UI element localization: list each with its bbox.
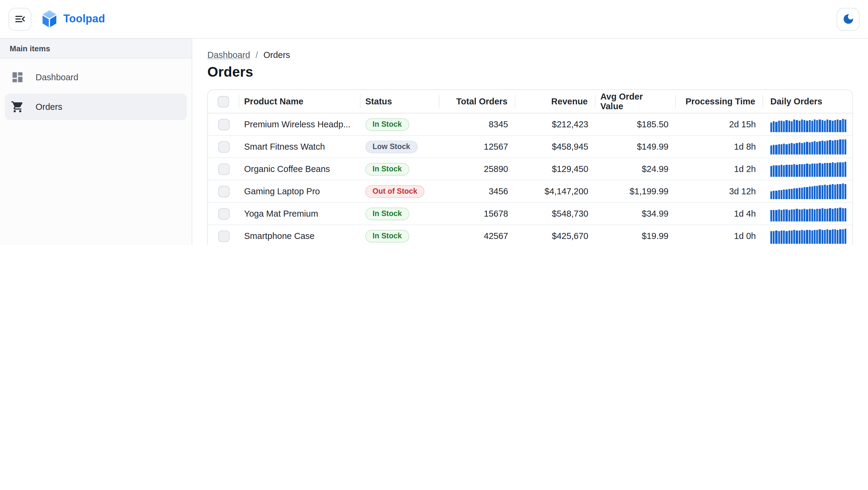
column-header-status[interactable]: Status <box>361 95 439 108</box>
processing-time-cell: 1d 0h <box>676 231 763 241</box>
status-cell: In Stock <box>361 230 439 242</box>
total-orders-cell: 12567 <box>439 142 516 151</box>
column-header-daily-orders[interactable]: Daily Orders <box>763 95 852 108</box>
main-content: Dashboard / Orders Orders Product Name S… <box>192 39 868 245</box>
table-row: Smartphone CaseIn Stock42567$425,670$19.… <box>208 225 852 245</box>
status-badge: In Stock <box>365 207 409 220</box>
sidebar-item-dashboard[interactable]: Dashboard <box>5 64 187 90</box>
total-orders-cell: 42567 <box>439 231 516 241</box>
total-orders-cell: 3456 <box>439 186 516 196</box>
daily-orders-sparkline <box>770 228 846 244</box>
status-badge: In Stock <box>365 163 409 175</box>
daily-orders-cell <box>763 203 852 225</box>
product-name-cell: Gaming Laptop Pro <box>239 186 361 196</box>
breadcrumb-separator: / <box>255 50 258 60</box>
row-checkbox-cell <box>208 185 239 197</box>
toolpad-logo-icon <box>41 10 57 28</box>
table-row: Yoga Mat PremiumIn Stock15678$548,730$34… <box>208 203 852 225</box>
avg-order-value-cell: $1,199.99 <box>595 186 676 196</box>
column-header-product-name[interactable]: Product Name <box>239 95 361 108</box>
dashboard-icon <box>11 70 24 84</box>
sidebar-spacer <box>0 125 192 245</box>
table-row: Premium Wireless Headp...In Stock8345$21… <box>208 113 852 136</box>
status-badge: In Stock <box>365 118 409 131</box>
table-row: Smart Fitness WatchLow Stock12567$458,94… <box>208 136 852 158</box>
daily-orders-sparkline <box>770 183 846 199</box>
app-window: Toolpad Main items DashboardOrders Bhara… <box>0 0 868 245</box>
column-header-avg-order-value[interactable]: Avg Order Value <box>595 95 676 108</box>
table-body: Premium Wireless Headp...In Stock8345$21… <box>208 113 852 245</box>
sidebar-item-label: Dashboard <box>36 73 79 82</box>
table-row: Organic Coffee BeansIn Stock25890$129,45… <box>208 158 852 180</box>
sidebar: Main items DashboardOrders Bharat Kashya… <box>0 39 192 245</box>
product-name-cell: Yoga Mat Premium <box>239 209 361 219</box>
row-checkbox-cell <box>208 141 239 152</box>
processing-time-cell: 1d 4h <box>676 209 763 219</box>
revenue-cell: $4,147,200 <box>516 186 595 196</box>
data-grid: Product Name Status Total Orders Revenue… <box>207 89 853 245</box>
row-checkbox[interactable] <box>218 119 229 130</box>
status-cell: Low Stock <box>361 140 439 153</box>
product-name-cell: Smartphone Case <box>239 231 361 241</box>
processing-time-cell: 1d 8h <box>676 142 763 151</box>
status-badge: Out of Stock <box>365 185 425 198</box>
breadcrumb-current: Orders <box>264 50 290 60</box>
theme-toggle-button[interactable] <box>837 7 860 30</box>
page-title: Orders <box>207 64 853 80</box>
header-checkbox-cell <box>208 95 239 108</box>
column-header-revenue[interactable]: Revenue <box>516 95 595 108</box>
row-checkbox[interactable] <box>218 141 229 152</box>
row-checkbox-cell <box>208 163 239 175</box>
collapse-sidebar-button[interactable] <box>8 7 31 30</box>
topbar-left: Toolpad <box>8 7 105 30</box>
daily-orders-cell <box>763 136 852 157</box>
sidebar-item-orders[interactable]: Orders <box>5 93 187 120</box>
sidebar-nav: DashboardOrders <box>0 59 192 125</box>
daily-orders-sparkline <box>770 161 846 177</box>
shopping-cart-icon <box>11 100 24 113</box>
processing-time-cell: 1d 2h <box>676 164 763 174</box>
table-header-row: Product Name Status Total Orders Revenue… <box>208 90 852 113</box>
status-cell: In Stock <box>361 163 439 175</box>
row-checkbox-cell <box>208 208 239 219</box>
status-cell: In Stock <box>361 207 439 220</box>
status-cell: In Stock <box>361 118 439 131</box>
avg-order-value-cell: $19.99 <box>595 231 676 241</box>
processing-time-cell: 2d 15h <box>676 119 763 129</box>
daily-orders-cell <box>763 225 852 245</box>
product-name-cell: Premium Wireless Headp... <box>239 119 361 129</box>
revenue-cell: $458,945 <box>516 142 595 151</box>
row-checkbox[interactable] <box>218 185 229 197</box>
avg-order-value-cell: $24.99 <box>595 164 676 174</box>
daily-orders-cell <box>763 158 852 180</box>
daily-orders-sparkline <box>770 206 846 222</box>
status-badge: In Stock <box>365 230 409 242</box>
avg-order-value-cell: $34.99 <box>595 209 676 219</box>
top-app-bar: Toolpad <box>0 0 868 39</box>
select-all-checkbox[interactable] <box>218 96 229 107</box>
total-orders-cell: 25890 <box>439 164 516 174</box>
revenue-cell: $212,423 <box>516 119 595 129</box>
breadcrumb: Dashboard / Orders <box>207 50 853 60</box>
column-header-processing-time[interactable]: Processing Time <box>676 95 763 108</box>
daily-orders-cell <box>763 113 852 135</box>
daily-orders-sparkline <box>770 116 846 132</box>
app-frame: Main items DashboardOrders Bharat Kashya… <box>0 39 868 245</box>
revenue-cell: $425,670 <box>516 231 595 241</box>
product-name-cell: Organic Coffee Beans <box>239 164 361 174</box>
revenue-cell: $548,730 <box>516 209 595 219</box>
row-checkbox[interactable] <box>218 163 229 175</box>
row-checkbox[interactable] <box>218 208 229 219</box>
brand[interactable]: Toolpad <box>41 10 105 28</box>
status-cell: Out of Stock <box>361 185 439 198</box>
row-checkbox[interactable] <box>218 230 229 242</box>
daily-orders-cell <box>763 180 852 202</box>
breadcrumb-link-dashboard[interactable]: Dashboard <box>207 50 250 60</box>
daily-orders-sparkline <box>770 139 846 154</box>
row-checkbox-cell <box>208 230 239 242</box>
sidebar-item-label: Orders <box>36 102 62 112</box>
status-badge: Low Stock <box>365 140 417 153</box>
sidebar-section-header: Main items <box>0 39 192 59</box>
column-header-total-orders[interactable]: Total Orders <box>439 95 516 108</box>
avg-order-value-cell: $185.50 <box>595 119 676 129</box>
